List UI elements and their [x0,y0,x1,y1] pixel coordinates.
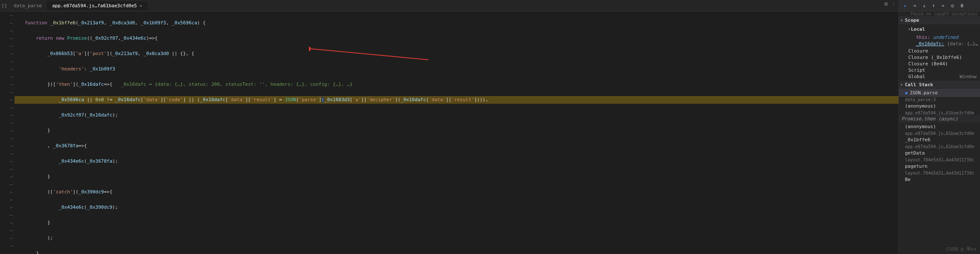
stack-frame[interactable]: getData [899,149,980,157]
scope-this[interactable]: this: undefined [914,34,980,41]
stack-frame-location: data_parse:3 [899,97,980,102]
global-scope[interactable]: GlobalWindow [907,73,980,80]
deactivate-bp-icon[interactable]: ⦸ [948,2,956,9]
tab-label: data_parse [14,3,42,9]
resume-icon[interactable]: ▸ [901,2,909,9]
stack-frame-location: app.e87da594.js…61bae3cfd0e [899,144,980,149]
editor-header-actions: ⧉ ⋮ [884,1,896,7]
step-out-icon[interactable]: ↑ [930,2,937,9]
scope-header[interactable]: Scope [899,16,980,24]
more-icon[interactable]: ⋮ [891,1,896,7]
close-icon[interactable]: × [140,3,142,9]
line-gutter: —————————— —————————— —————————— — [4,12,15,254]
debugger-toolbar: ▸ ↷ ↓ ↑ → ⦸ ⏸ [899,0,980,12]
editor-tabs: [] data_parse app.e87da594.js…fa61bae3cf… [0,0,899,12]
call-stack-list: ◆JSON.parsedata_parse:3(anonymous)app.e8… [899,89,980,184]
tab-label: app.e87da594.js…fa61bae3cfd0e5 [52,3,137,9]
new-window-icon[interactable]: ⧉ [884,1,888,7]
closure-scope[interactable]: Closure [907,48,980,54]
watermark: CSDN @ 學xx [946,246,977,252]
breakpoint-column[interactable] [0,12,4,254]
stack-frame[interactable]: ◆JSON.parse [899,89,980,97]
closure-scope-2[interactable]: Closure (_0x1bffe6) [907,54,980,61]
code-editor: [] data_parse app.e87da594.js…fa61bae3cf… [0,0,899,254]
stack-frame[interactable]: (anonymous) [899,123,980,131]
stack-frame[interactable]: pageturn [899,162,980,170]
stack-frame-location: layout.704e5d31…4a43d11739c [899,171,980,175]
highlighted-line: _0x5696ca || 0x0 != _0x16dafc['data']['c… [15,96,899,104]
tab-data-parse[interactable]: data_parse [9,1,47,10]
stack-frame[interactable]: (anonymous) [899,102,980,110]
scope-var[interactable]: _0x16dafc: {data: {…}, sta [914,41,980,47]
stack-frame-location: app.e87da594.js…61bae3cfd0e [899,131,980,136]
stack-frame-location: app.e87da594.js…61bae3cfd0e [899,111,980,115]
stack-frame[interactable]: _0x1bffe6 [899,136,980,144]
step-icon[interactable]: → [939,2,947,9]
pause-exception-icon[interactable]: ⏸ [958,2,965,9]
pretty-print-icon[interactable]: [] [0,3,9,9]
script-scope[interactable]: Script [907,67,980,73]
step-into-icon[interactable]: ↓ [920,2,928,9]
callstack-header[interactable]: Call Stack [899,81,980,89]
stack-frame[interactable]: Be [899,175,980,184]
stack-frame-location: layout.704e5d31…4a43d11739c [899,158,980,162]
tab-app-js[interactable]: app.e87da594.js…fa61bae3cfd0e5 × [47,1,147,10]
code-lines[interactable]: function _0x1bffe6(_0x213af9, _0x8ca3d0,… [15,12,899,254]
step-over-icon[interactable]: ↷ [911,2,919,9]
closure-scope-3[interactable]: Closure (8e44) [907,61,980,67]
code-area[interactable]: —————————— —————————— —————————— — funct… [0,12,899,254]
debugger-sidebar: ▸ ↷ ↓ ↑ → ⦸ ⏸ Pause on caught exceptions… [899,0,980,254]
pause-caught-label[interactable]: Pause on caught exceptions [899,12,980,16]
stack-async-header: Promise.then (async) [899,115,980,123]
local-scope-header[interactable]: Local [907,25,980,33]
